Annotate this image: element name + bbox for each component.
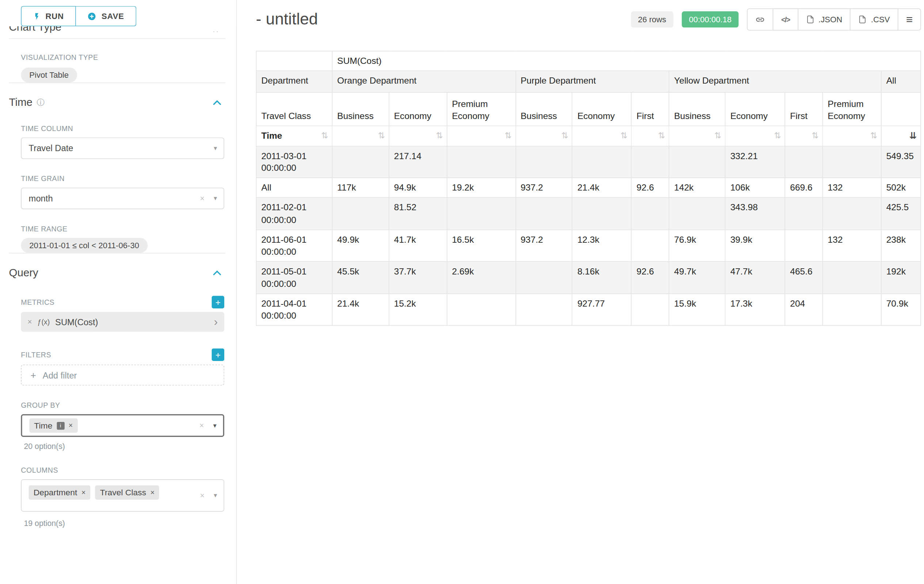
add-metric-button[interactable]: +: [212, 296, 224, 308]
pivot-table-container: SUM(Cost)DepartmentOrange DepartmentPurp…: [256, 51, 921, 326]
sort-header-cell: ⇅: [447, 126, 515, 146]
chevron-up-icon[interactable]: [213, 100, 221, 105]
time-column-select[interactable]: Travel Date ▾: [21, 138, 224, 159]
travel-class-header: Business: [332, 92, 389, 126]
run-button[interactable]: RUN: [21, 6, 76, 26]
value-cell: [785, 146, 822, 178]
info-icon: ⓘ: [36, 97, 44, 108]
embed-code-button[interactable]: </>: [773, 8, 798, 31]
travel-class-header: Business: [516, 92, 572, 126]
sort-desc-icon[interactable]: ⇊: [909, 130, 917, 142]
export-csv-label: .CSV: [871, 15, 890, 24]
run-button-label: RUN: [45, 12, 64, 21]
value-cell: [447, 293, 515, 326]
sort-icon[interactable]: ⇅: [322, 130, 328, 141]
columns-tag: Department ×: [29, 485, 91, 500]
circle-plus-icon: [87, 12, 96, 21]
sort-icon[interactable]: ⇅: [505, 130, 512, 141]
clear-icon[interactable]: ×: [200, 421, 204, 430]
sort-icon[interactable]: ⇅: [436, 130, 443, 141]
travel-class-header: Economy: [572, 92, 632, 126]
sort-icon[interactable]: ⇅: [561, 130, 568, 141]
row-label: 2011-06-01 00:00:00: [256, 230, 332, 262]
sort-icon[interactable]: ⇅: [658, 130, 665, 141]
value-cell: 94.9k: [389, 178, 447, 197]
export-csv-button[interactable]: .CSV: [850, 8, 898, 31]
travel-class-header: [881, 92, 921, 126]
table-row: All117k94.9k19.2k937.221.4k92.6142k106k6…: [256, 178, 921, 197]
export-json-button[interactable]: .JSON: [798, 8, 851, 31]
sort-header-cell: ⇅: [822, 126, 881, 146]
value-cell: [332, 146, 389, 178]
travel-class-header: Premium Economy: [447, 92, 515, 126]
menu-button[interactable]: ≡: [898, 8, 921, 31]
columns-label: COLUMNS: [21, 466, 224, 474]
value-cell: [632, 198, 669, 230]
sort-header-cell: ⇅: [725, 126, 785, 146]
info-icon[interactable]: i: [57, 421, 64, 429]
value-cell: 204: [785, 293, 822, 326]
columns-tag: Travel Class ×: [95, 485, 160, 500]
row-dimension-header: Travel Class: [256, 92, 332, 126]
row-label: 2011-03-01 00:00:00: [256, 146, 332, 178]
sort-icon[interactable]: ⇅: [714, 130, 721, 141]
chevron-up-icon[interactable]: [213, 270, 221, 276]
save-button[interactable]: SAVE: [76, 6, 136, 26]
sort-header-cell: ⇅: [516, 126, 572, 146]
columns-options-hint: 19 option(s): [24, 519, 236, 528]
travel-class-header: First: [632, 92, 669, 126]
value-cell: 937.2: [516, 230, 572, 262]
fx-icon: ƒ(x): [37, 317, 50, 326]
remove-tag-icon[interactable]: ×: [150, 489, 155, 497]
sort-icon[interactable]: ⇅: [620, 130, 627, 141]
run-save-group: RUN SAVE: [0, 0, 236, 26]
visualization-type-value[interactable]: Pivot Table: [21, 67, 77, 82]
table-row: 2011-04-01 00:00:0021.4k15.2k927.7715.9k…: [256, 293, 921, 326]
lightning-icon: [33, 12, 40, 21]
time-range-value[interactable]: 2011-01-01 ≤ col < 2011-06-30: [21, 238, 148, 253]
metric-item[interactable]: × ƒ(x) SUM(Cost) ›: [21, 312, 224, 332]
plus-icon: +: [31, 370, 36, 380]
superset-explore-view: RUN SAVE Chart Type ·· VISUALIZATION TYP…: [0, 0, 924, 584]
value-cell: [447, 198, 515, 230]
department-group-header: Orange Department: [332, 71, 515, 92]
value-cell: 238k: [881, 230, 921, 262]
sort-icon[interactable]: ⇅: [774, 130, 781, 141]
add-filter-plus-button[interactable]: +: [212, 349, 224, 361]
value-cell: [332, 198, 389, 230]
sort-icon[interactable]: ⇅: [378, 130, 385, 141]
file-icon: [858, 15, 867, 24]
value-cell: 142k: [669, 178, 725, 197]
chart-title[interactable]: - untitled: [256, 10, 318, 29]
travel-class-header: Economy: [725, 92, 785, 126]
clear-icon[interactable]: ×: [200, 491, 205, 500]
columns-select[interactable]: Department × Travel Class × × ▾: [21, 479, 224, 512]
time-grain-select[interactable]: month × ▾: [21, 188, 224, 209]
value-cell: 669.6: [785, 178, 822, 197]
remove-metric-icon[interactable]: ×: [27, 317, 32, 327]
value-cell: 502k: [881, 178, 921, 197]
caret-down-icon: ▾: [214, 492, 217, 499]
sort-icon[interactable]: ⇅: [870, 130, 877, 141]
export-json-label: .JSON: [818, 15, 842, 24]
travel-class-header: Economy: [389, 92, 447, 126]
clear-icon[interactable]: ×: [200, 194, 205, 203]
sort-icon[interactable]: ⇅: [812, 130, 819, 141]
add-filter-button[interactable]: + Add filter: [21, 365, 224, 385]
remove-tag-icon[interactable]: ×: [81, 489, 86, 497]
travel-class-header: Business: [669, 92, 725, 126]
caret-down-icon: ▾: [214, 194, 217, 202]
value-cell: 41.7k: [389, 230, 447, 262]
value-cell: 21.4k: [572, 178, 632, 197]
copy-link-button[interactable]: [747, 8, 774, 31]
table-row: 2011-05-01 00:00:0045.5k37.7k2.69k8.16k9…: [256, 262, 921, 294]
department-group-header: Yellow Department: [669, 71, 881, 92]
value-cell: [785, 230, 822, 262]
row-count-badge: 26 rows: [631, 12, 673, 27]
remove-tag-icon[interactable]: ×: [69, 421, 73, 429]
group-by-select[interactable]: Time i × × ▾: [21, 414, 224, 437]
save-button-label: SAVE: [102, 12, 124, 21]
file-icon: [806, 15, 814, 24]
value-cell: 81.52: [389, 198, 447, 230]
value-cell: [572, 198, 632, 230]
